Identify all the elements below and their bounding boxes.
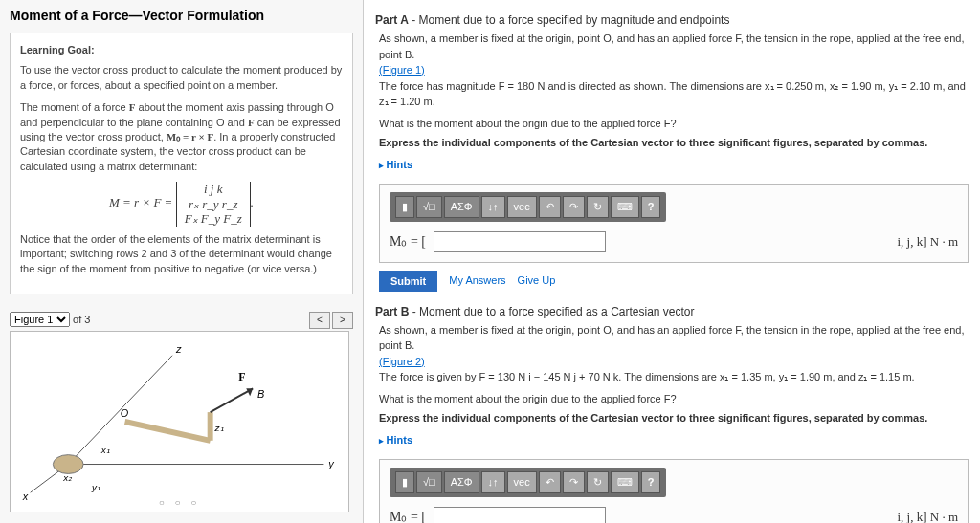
learning-goal-block: Learning Goal: To use the vector cross p…	[10, 33, 353, 294]
greek-icon[interactable]: ΑΣΦ	[444, 196, 479, 218]
partA-hints-link[interactable]: Hints	[379, 157, 412, 173]
svg-line-8	[125, 422, 211, 441]
svg-text:x: x	[22, 490, 29, 502]
partB-question: What is the moment about the origin due …	[379, 391, 969, 407]
template-icon[interactable]: ▮	[395, 471, 414, 493]
figure-prev-button[interactable]: <	[309, 312, 330, 329]
sqrt-icon[interactable]: √□	[416, 196, 442, 218]
partB-eq-lhs: M₀ = [	[390, 507, 426, 523]
lg-p1: To use the vector cross product to calcu…	[20, 63, 343, 93]
svg-text:y: y	[327, 459, 334, 470]
part-b-header: Part B - Moment due to a force specified…	[375, 305, 969, 318]
svg-text:O: O	[121, 407, 129, 419]
help-icon[interactable]: ?	[641, 471, 661, 493]
partA-submit-button[interactable]: Submit	[379, 271, 437, 292]
keyboard-icon[interactable]: ⌨	[611, 471, 639, 493]
help-icon[interactable]: ?	[641, 196, 661, 218]
template-icon[interactable]: ▮	[395, 196, 414, 218]
supersub-icon[interactable]: ↓↑	[481, 471, 505, 493]
reset-icon[interactable]: ↻	[587, 471, 609, 493]
partA-units: i, j, k] N · m	[897, 232, 958, 251]
partB-answer-input[interactable]	[434, 507, 606, 524]
partA-toolbar: ▮ √□ ΑΣΦ ↓↑ vec ↶ ↷ ↻ ⌨ ?	[390, 192, 666, 222]
partA-figure-link[interactable]: (Figure 1)	[379, 64, 425, 76]
partA-eq-lhs: M₀ = [	[390, 231, 426, 251]
partB-text2: The force is given by F = 130 N i − 145 …	[379, 369, 969, 385]
partB-answer-box: ▮ √□ ΑΣΦ ↓↑ vec ↶ ↷ ↻ ⌨ ? M₀ = [ i, j, k…	[379, 459, 969, 523]
partA-answer-box: ▮ √□ ΑΣΦ ↓↑ vec ↶ ↷ ↻ ⌨ ? M₀ = [ i, j, k…	[379, 184, 969, 263]
partB-instruction: Express the individual components of the…	[379, 410, 969, 426]
figure-selector[interactable]: Figure 1	[10, 312, 70, 327]
redo-icon[interactable]: ↷	[563, 196, 585, 218]
greek-icon[interactable]: ΑΣΦ	[444, 471, 479, 493]
svg-text:x₁: x₁	[100, 445, 110, 455]
partA-instruction: Express the individual components of the…	[379, 135, 969, 151]
svg-text:x₂: x₂	[62, 472, 73, 483]
svg-text:B: B	[257, 388, 264, 400]
partA-question: What is the moment about the origin due …	[379, 116, 969, 132]
redo-icon[interactable]: ↷	[563, 471, 585, 493]
reset-icon[interactable]: ↻	[587, 196, 609, 218]
svg-line-10	[211, 388, 254, 412]
supersub-icon[interactable]: ↓↑	[481, 196, 505, 218]
undo-icon[interactable]: ↶	[539, 471, 561, 493]
partA-giveup-link[interactable]: Give Up	[518, 272, 556, 289]
partA-text1: As shown, a member is fixed at the origi…	[379, 31, 969, 62]
vec-icon[interactable]: vec	[507, 196, 537, 218]
partB-units: i, j, k] N · m	[897, 508, 958, 523]
partA-myanswers-link[interactable]: My Answers	[449, 272, 505, 289]
figure-image: x y z O F B x₁ x₂ y₁ z₁ ○ ○ ○	[10, 331, 349, 512]
sqrt-icon[interactable]: √□	[416, 471, 442, 493]
matrix-determinant: M = r × F = i j k rₓ r_y r_z Fₓ F_y F_z …	[20, 182, 343, 227]
figure-of-label: of 3	[73, 314, 90, 325]
partB-hints-link[interactable]: Hints	[379, 432, 412, 448]
svg-point-6	[53, 455, 83, 474]
vec-icon[interactable]: vec	[507, 471, 537, 493]
partB-text1: As shown, a member is fixed at the origi…	[379, 322, 969, 354]
lg-p3: Notice that the order of the elements of…	[20, 232, 343, 276]
svg-text:y₁: y₁	[91, 482, 100, 492]
part-a-header: Part A - Moment due to a force specified…	[375, 13, 969, 27]
figure-next-button[interactable]: >	[332, 312, 353, 329]
undo-icon[interactable]: ↶	[539, 196, 561, 218]
keyboard-icon[interactable]: ⌨	[611, 196, 639, 218]
learning-goal-heading: Learning Goal:	[20, 43, 343, 57]
svg-text:F: F	[238, 371, 245, 384]
figure-pager-dots[interactable]: ○ ○ ○	[159, 497, 201, 508]
partA-text2: The force has magnitude F = 180 N and is…	[379, 78, 969, 110]
svg-text:z₁: z₁	[214, 423, 224, 433]
svg-text:z: z	[175, 343, 182, 355]
partB-figure-link[interactable]: (Figure 2)	[379, 356, 425, 367]
lg-p2: The moment of a force F about the moment…	[20, 100, 343, 174]
partB-toolbar: ▮ √□ ΑΣΦ ↓↑ vec ↶ ↷ ↻ ⌨ ?	[390, 468, 666, 497]
partA-answer-input[interactable]	[434, 231, 606, 252]
page-title: Moment of a Force—Vector Formulation	[10, 8, 353, 23]
